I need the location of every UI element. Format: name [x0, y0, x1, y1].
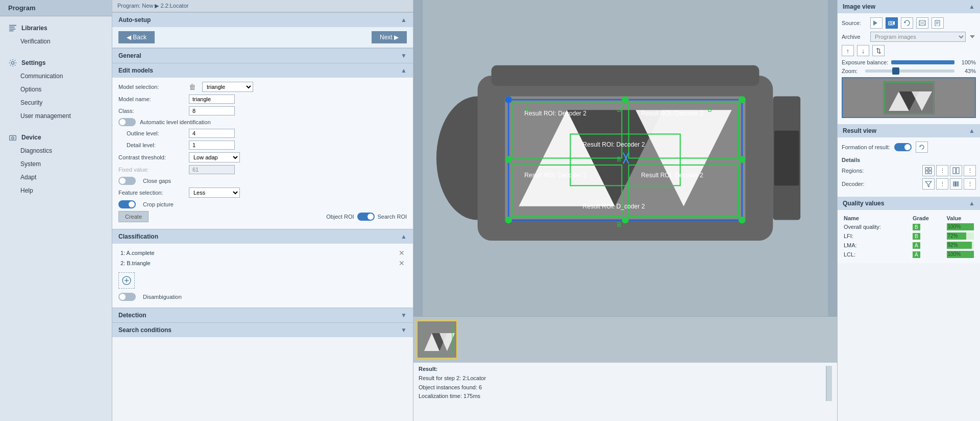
close-gaps-toggle[interactable]: [118, 177, 136, 185]
decoder-barcode-icon[interactable]: [950, 178, 962, 190]
close-gaps-label: Close gaps: [143, 178, 171, 184]
result-view-header[interactable]: Result view ▲: [838, 124, 980, 137]
class-item-1-delete[interactable]: ✕: [399, 249, 405, 257]
class-row: Class:: [118, 106, 407, 115]
sidebar-item-options[interactable]: Options: [0, 83, 112, 96]
sidebar-program-header: Program: [0, 0, 112, 16]
result-view-content: Formation of result: Details Regions: ⋮: [838, 137, 980, 197]
object-roi-toggle[interactable]: [357, 213, 375, 221]
archive-export-btn[interactable]: ⇅: [872, 45, 885, 56]
next-button[interactable]: Next ▶: [372, 31, 407, 43]
outline-level-input[interactable]: [189, 129, 235, 138]
fixed-value-input[interactable]: [189, 165, 235, 174]
archive-download-btn[interactable]: ↓: [857, 45, 869, 56]
disambiguation-toggle[interactable]: [118, 293, 136, 301]
sidebar-item-communication[interactable]: Communication: [0, 69, 112, 83]
back-button[interactable]: ◀ Back: [118, 31, 155, 43]
model-name-input[interactable]: [189, 95, 235, 104]
exposure-slider[interactable]: [891, 60, 954, 64]
zoom-label: Zoom:: [842, 68, 862, 74]
general-header[interactable]: General ▼: [112, 48, 413, 63]
edit-models-header[interactable]: Edit models ▲: [112, 63, 413, 78]
autosetup-header[interactable]: Auto-setup ▲: [112, 12, 413, 27]
auto-level-toggle[interactable]: [118, 118, 136, 126]
sidebar-item-user-management[interactable]: User management: [0, 109, 112, 123]
thumbnail-1[interactable]: [416, 320, 457, 359]
quality-row-name: LMA:: [842, 241, 911, 250]
right-panel: Image view ▲ Source: Archive: [837, 0, 980, 421]
source-refresh-icon[interactable]: [901, 17, 913, 29]
sidebar-item-diagnostics[interactable]: Diagnostics: [0, 144, 112, 157]
sidebar-item-system[interactable]: System: [0, 157, 112, 171]
svg-rect-81: [929, 171, 932, 174]
svg-point-28: [505, 96, 512, 103]
class-item-2: 2: B.triangle ✕: [118, 258, 407, 268]
regions-menu-icon[interactable]: ⋮: [936, 165, 948, 176]
zoom-thumb[interactable]: [892, 67, 899, 75]
detail-level-row: Detail level:: [118, 141, 407, 150]
svg-point-31: [739, 217, 745, 223]
regions-grid-icon[interactable]: [922, 165, 935, 176]
main-image-svg: Result ROI: Decoder 2 Result ROI: Decode…: [413, 0, 837, 316]
config-panel: Program: New ▶ 2.2:Locator Auto-setup ▲ …: [112, 0, 413, 421]
sidebar-item-help[interactable]: Help: [0, 184, 112, 197]
quality-row-grade: A: [911, 241, 945, 250]
feature-selection-select[interactable]: Less More: [189, 188, 240, 198]
decoder-filter-icon[interactable]: [922, 178, 935, 190]
zoom-track[interactable]: [865, 69, 954, 73]
config-scroll[interactable]: Auto-setup ▲ ◀ Back Next ▶ General ▼ Edi…: [112, 12, 413, 421]
create-button[interactable]: Create: [118, 211, 149, 222]
formation-refresh-btn[interactable]: [916, 142, 928, 153]
image-view-content: Source: Archive Program images: [838, 13, 980, 124]
sidebar-libraries[interactable]: Libraries: [0, 19, 112, 35]
formation-row: Formation of result:: [842, 142, 976, 153]
decoder-menu-icon[interactable]: ⋮: [936, 178, 948, 190]
source-doc-icon[interactable]: [932, 17, 944, 29]
svg-rect-13: [492, 65, 760, 86]
source-video-icon[interactable]: [870, 17, 883, 29]
settings-icon: [8, 58, 17, 67]
libraries-section: Libraries Verification: [0, 16, 112, 51]
contrast-threshold-select[interactable]: Low adap High adap Fixed: [189, 152, 240, 162]
disambiguation-label: Disambiguation: [143, 294, 182, 300]
add-classification-button[interactable]: [118, 272, 135, 289]
fixed-value-row: Fixed value:: [118, 165, 407, 174]
crop-picture-toggle[interactable]: [118, 200, 136, 208]
source-film-icon[interactable]: [916, 17, 928, 29]
source-camera-icon[interactable]: [886, 17, 898, 29]
sidebar-item-security[interactable]: Security: [0, 96, 112, 109]
class-input[interactable]: [189, 106, 235, 115]
classification-chevron: ▲: [401, 233, 407, 240]
archive-upload-btn[interactable]: ↑: [842, 45, 854, 56]
classification-header[interactable]: Classification ▲: [112, 229, 413, 244]
quality-values-header[interactable]: Quality values ▲: [838, 197, 980, 210]
search-conditions-header[interactable]: Search conditions ▼: [112, 322, 413, 337]
sidebar-item-verification[interactable]: Verification: [0, 35, 112, 48]
decoder-icons: ⋮ ⋮: [922, 178, 976, 190]
formation-toggle[interactable]: [894, 143, 912, 151]
result-line2: Object instances found: 6: [419, 383, 822, 392]
result-scrollbar[interactable]: [826, 366, 832, 401]
sidebar-settings[interactable]: Settings: [0, 54, 112, 69]
delete-model-icon[interactable]: 🗑: [189, 83, 196, 91]
outline-level-label: Outline level:: [118, 130, 185, 136]
image-view-header[interactable]: Image view ▲: [838, 0, 980, 13]
detail-level-input[interactable]: [189, 141, 235, 150]
class-item-2-delete[interactable]: ✕: [399, 259, 405, 267]
quality-row-value: 100%: [945, 222, 976, 231]
svg-point-6: [12, 137, 14, 139]
regions-dots-icon[interactable]: ⋮: [964, 165, 976, 176]
regions-list-icon[interactable]: [950, 165, 962, 176]
model-name-label: Model name:: [118, 96, 185, 102]
detection-header[interactable]: Detection ▼: [112, 308, 413, 322]
sidebar-device[interactable]: Device: [0, 129, 112, 144]
svg-rect-50: [774, 131, 799, 186]
model-selection-select[interactable]: triangle: [202, 82, 253, 92]
sidebar-item-adapt[interactable]: Adapt: [0, 171, 112, 184]
quality-row-name: LCL:: [842, 250, 911, 259]
archive-select[interactable]: Program images: [870, 32, 966, 42]
quality-col-name: Name: [842, 214, 911, 222]
svg-point-35: [739, 156, 745, 162]
decoder-dots-icon[interactable]: ⋮: [964, 178, 976, 190]
result-view-chevron: ▲: [969, 127, 975, 134]
